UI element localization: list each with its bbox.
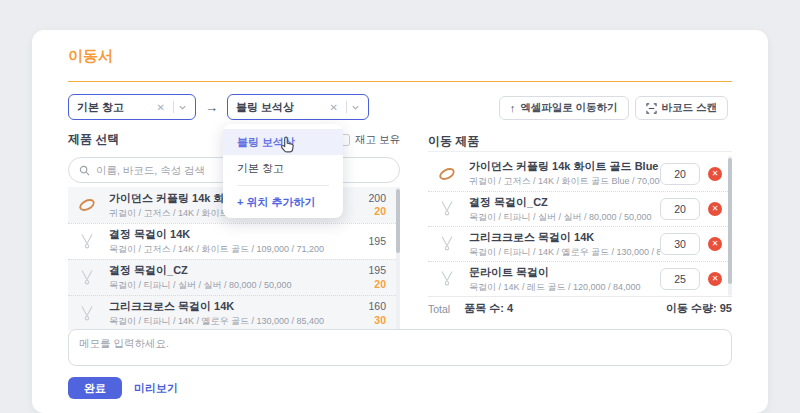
submit-button[interactable]: 완료 xyxy=(68,377,122,399)
product-name: 가이던스 커플링 14k 화이트 골드 Blue CZ xyxy=(469,159,660,174)
earring-thumbnail-icon xyxy=(434,161,460,187)
total-label: Total xyxy=(428,303,450,315)
product-counts: 195 20 xyxy=(356,264,386,290)
product-info: 결정 목걸이_CZ 목걸이 / 티파니 / 실버 / 실버 / 80,000 /… xyxy=(469,195,660,224)
necklace-thumbnail-icon xyxy=(434,231,460,257)
necklace-thumbnail-icon xyxy=(74,301,100,327)
stock-filter-label: 재고 보유 xyxy=(355,133,400,147)
clear-icon[interactable]: ✕ xyxy=(330,102,338,113)
selected-qty: 20 xyxy=(356,278,386,291)
product-name: 문라이트 목걸이 xyxy=(469,265,660,280)
top-actions: ↑ 엑셀파일로 이동하기 바코드 스캔 xyxy=(499,96,728,120)
qty-input[interactable] xyxy=(660,233,700,255)
total-items: 품목 수: 4 xyxy=(464,301,513,316)
product-info: 가이던스 커플링 14k 화이트 골드 Blue CZ 귀걸이 / 고저스 / … xyxy=(469,159,660,188)
chevron-down-icon[interactable] xyxy=(351,103,360,112)
right-panel-title: 이동 제품 xyxy=(428,134,479,148)
qty-input[interactable] xyxy=(660,163,700,185)
product-attributes: 목걸이 / 티파니 / 실버 / 실버 / 80,000 / 50,000 xyxy=(109,279,356,292)
left-list-scrollbar[interactable] xyxy=(396,187,400,333)
selected-qty: 20 xyxy=(356,205,386,218)
necklace-thumbnail-icon xyxy=(434,266,460,292)
total-items-label: 품목 수: xyxy=(464,302,504,314)
remove-product-button[interactable]: ✕ xyxy=(708,202,722,216)
stock-count: 195 xyxy=(356,235,386,248)
to-location-value: 블링 보석상 xyxy=(236,100,326,115)
transfer-row: 그리크크로스 목걸이 14K 목걸이 / 티파니 / 14K / 옐로우 골드 … xyxy=(428,226,732,261)
barcode-scan-label: 바코드 스캔 xyxy=(662,101,717,115)
product-info: 문라이트 목걸이 목걸이 / 14K / 레드 골드 / 120,000 / 8… xyxy=(469,265,660,294)
product-info: 결정 목걸이_CZ 목걸이 / 티파니 / 실버 / 실버 / 80,000 /… xyxy=(109,263,356,292)
product-name: 결정 목걸이 14K xyxy=(109,227,356,242)
from-location-select[interactable]: 기본 창고 ✕ xyxy=(68,94,196,120)
total-qty-label: 이동 수량: xyxy=(666,302,717,314)
product-attributes: 목걸이 / 고저스 / 14K / 화이트 골드 / 109,000 / 71,… xyxy=(109,243,356,256)
qty-input[interactable] xyxy=(660,198,700,220)
title-divider xyxy=(68,81,732,82)
necklace-thumbnail-icon xyxy=(74,229,100,255)
product-counts: 195 xyxy=(356,235,386,248)
product-info: 그리크크로스 목걸이 14K 목걸이 / 티파니 / 14K / 옐로우 골드 … xyxy=(109,299,356,328)
total-qty: 이동 수량: 95 xyxy=(666,301,732,316)
total-row: Total 품목 수: 4 이동 수량: 95 xyxy=(428,296,732,318)
excel-move-button[interactable]: ↑ 엑셀파일로 이동하기 xyxy=(499,96,629,120)
right-panel-header: 이동 제품 xyxy=(428,131,732,150)
preview-button[interactable]: 미리보기 xyxy=(134,377,178,399)
selected-qty: 30 xyxy=(356,314,386,327)
right-panel-divider xyxy=(428,151,732,152)
clear-icon[interactable]: ✕ xyxy=(157,102,165,113)
product-row[interactable]: 그리크크로스 목걸이 14K 목걸이 / 티파니 / 14K / 옐로우 골드 … xyxy=(68,295,400,331)
stock-count: 200 xyxy=(356,192,386,205)
add-location-button[interactable]: + 위치 추가하기 xyxy=(223,190,343,214)
divider xyxy=(346,101,347,113)
arrow-right-icon: → xyxy=(205,100,218,115)
upload-icon: ↑ xyxy=(510,102,516,114)
right-list-scrollbar[interactable] xyxy=(728,156,732,296)
stock-filter[interactable]: 재고 보유 xyxy=(338,133,400,147)
product-info: 결정 목걸이 14K 목걸이 / 고저스 / 14K / 화이트 골드 / 10… xyxy=(109,227,356,256)
product-attributes: 목걸이 / 티파니 / 14K / 옐로우 골드 / 130,000 / 85,… xyxy=(109,315,356,328)
scan-icon xyxy=(646,103,657,114)
stock-count: 195 xyxy=(356,264,386,277)
product-name: 결정 목걸이_CZ xyxy=(109,263,356,278)
left-panel-title: 제품 선택 xyxy=(68,131,119,148)
product-name: 결정 목걸이_CZ xyxy=(469,195,660,210)
product-info: 그리크크로스 목걸이 14K 목걸이 / 티파니 / 14K / 옐로우 골드 … xyxy=(469,230,660,259)
hand-cursor-icon xyxy=(276,134,298,160)
product-counts: 160 30 xyxy=(356,300,386,326)
product-row[interactable]: 결정 목걸이_CZ 목걸이 / 티파니 / 실버 / 실버 / 80,000 /… xyxy=(68,259,400,295)
product-name: 그리크크로스 목걸이 14K xyxy=(469,230,660,245)
remove-product-button[interactable]: ✕ xyxy=(708,167,722,181)
excel-move-label: 엑셀파일로 이동하기 xyxy=(520,101,617,115)
total-qty-value: 95 xyxy=(720,302,732,314)
transfer-row: 결정 목걸이_CZ 목걸이 / 티파니 / 실버 / 실버 / 80,000 /… xyxy=(428,191,732,226)
stock-count: 160 xyxy=(356,300,386,313)
product-row[interactable]: 결정 목걸이 14K 목걸이 / 고저스 / 14K / 화이트 골드 / 10… xyxy=(68,223,400,259)
product-attributes: 목걸이 / 14K / 레드 골드 / 120,000 / 84,000 xyxy=(469,281,660,294)
divider xyxy=(173,101,174,113)
total-items-value: 4 xyxy=(507,302,513,314)
product-attributes: 목걸이 / 티파니 / 실버 / 실버 / 80,000 / 50,000 xyxy=(469,211,660,224)
earring-thumbnail-icon xyxy=(74,192,100,218)
to-location-select[interactable]: 블링 보석상 ✕ xyxy=(227,94,369,120)
transfer-row: 가이던스 커플링 14k 화이트 골드 Blue CZ 귀걸이 / 고저스 / … xyxy=(428,156,732,191)
remove-product-button[interactable]: ✕ xyxy=(708,272,722,286)
necklace-thumbnail-icon xyxy=(434,196,460,222)
product-name: 그리크크로스 목걸이 14K xyxy=(109,299,356,314)
transfer-product-list: 가이던스 커플링 14k 화이트 골드 Blue CZ 귀걸이 / 고저스 / … xyxy=(428,156,732,296)
memo-textarea[interactable] xyxy=(68,329,732,366)
transfer-document-card: 이동서 기본 창고 ✕ → 블링 보석상 ✕ ↑ 엑셀파일로 이동하기 바코드 xyxy=(32,30,768,413)
necklace-thumbnail-icon xyxy=(74,265,100,291)
chevron-down-icon[interactable] xyxy=(178,103,187,112)
search-icon xyxy=(79,165,90,176)
page-title: 이동서 xyxy=(68,47,113,66)
product-counts: 200 20 xyxy=(356,192,386,218)
barcode-scan-button[interactable]: 바코드 스캔 xyxy=(635,96,728,120)
qty-input[interactable] xyxy=(660,268,700,290)
product-attributes: 목걸이 / 티파니 / 14K / 옐로우 골드 / 130,000 / 85,… xyxy=(469,246,660,259)
location-row: 기본 창고 ✕ → 블링 보석상 ✕ xyxy=(68,94,369,120)
dropdown-divider xyxy=(237,185,329,186)
product-attributes: 귀걸이 / 고저스 / 14K / 화이트 골드 Blue / 70,000 /… xyxy=(469,175,660,188)
remove-product-button[interactable]: ✕ xyxy=(708,237,722,251)
transfer-row: 문라이트 목걸이 목걸이 / 14K / 레드 골드 / 120,000 / 8… xyxy=(428,261,732,296)
